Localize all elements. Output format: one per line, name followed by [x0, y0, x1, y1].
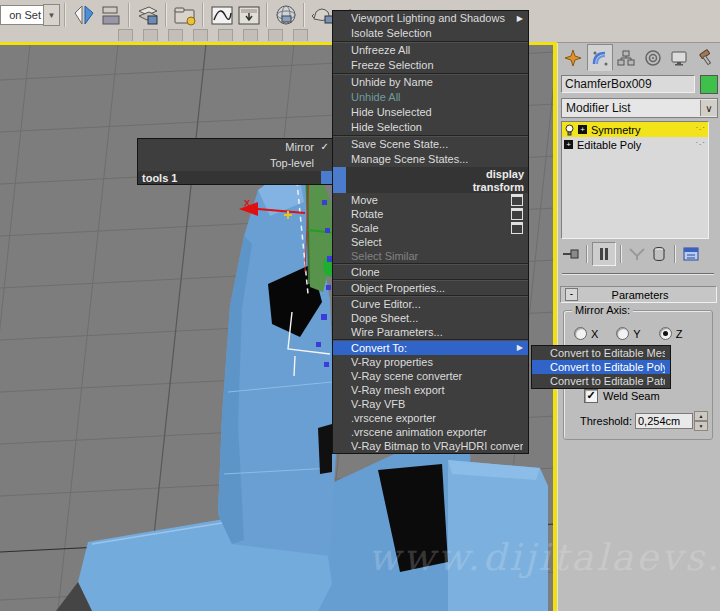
- modifier-stack-row-symmetry[interactable]: + Symmetry ·.·: [562, 122, 708, 137]
- object-color-swatch[interactable]: [700, 75, 718, 94]
- menu-item-viewport-lighting[interactable]: Viewport Lighting and Shadows ▶: [333, 11, 528, 26]
- settings-dialog-icon[interactable]: [511, 194, 523, 206]
- expand-icon[interactable]: +: [564, 140, 573, 149]
- application-window: x www.dijitalaevs.com on Set ▼: [0, 0, 720, 611]
- menu-item-freeze-selection[interactable]: Freeze Selection: [333, 58, 528, 73]
- menu-item-mirror[interactable]: Mirror ✓: [138, 139, 334, 155]
- quad-menu-tools: Mirror ✓ Top-level tools 1: [137, 138, 335, 185]
- menu-item-vray-bitmap-converter[interactable]: V-Ray Bitmap to VRayHDRI converter: [333, 439, 528, 453]
- threshold-label: Threshold:: [568, 415, 632, 427]
- menu-item-hide-unselected[interactable]: Hide Unselected: [333, 105, 528, 120]
- configure-modifier-sets-icon[interactable]: [680, 243, 702, 265]
- quad-header-transform[interactable]: transform: [333, 180, 528, 193]
- threshold-spinner[interactable]: ▲ ▼: [694, 411, 708, 431]
- menu-item-vray-mesh-export[interactable]: V-Ray mesh export: [333, 383, 528, 397]
- menu-item-vrscene-exporter[interactable]: .vrscene exporter: [333, 411, 528, 425]
- menu-item-vrscene-animation-exporter[interactable]: .vrscene animation exporter: [333, 425, 528, 439]
- align-icon[interactable]: [97, 2, 124, 28]
- spinner-down-icon[interactable]: ▼: [694, 421, 708, 431]
- menu-item-curve-editor[interactable]: Curve Editor...: [333, 297, 528, 311]
- named-selection-set-combo[interactable]: on Set ▼: [0, 5, 60, 25]
- quad-corner-marker: [333, 167, 346, 180]
- x-axis-label: x: [244, 196, 250, 208]
- tab-motion[interactable]: [640, 44, 667, 71]
- expand-icon[interactable]: +: [578, 125, 587, 134]
- menu-item-save-scene-state[interactable]: Save Scene State...: [333, 137, 528, 152]
- menu-item-scale[interactable]: Scale: [333, 221, 528, 235]
- menu-item-hide-selection[interactable]: Hide Selection: [333, 120, 528, 135]
- curve-editor-icon[interactable]: [208, 2, 235, 28]
- threshold-row: Threshold: 0,254cm ▲ ▼: [568, 411, 708, 431]
- menu-item-vray-vfb[interactable]: V-Ray VFB: [333, 397, 528, 411]
- radio-z[interactable]: Z: [659, 327, 683, 340]
- menu-item-select[interactable]: Select: [333, 235, 528, 249]
- modifier-list-dropdown[interactable]: Modifier List ∨: [561, 98, 718, 118]
- pin-stack-icon[interactable]: [560, 243, 582, 265]
- render-setup-icon[interactable]: [272, 2, 299, 28]
- tab-hierarchy[interactable]: [613, 44, 640, 71]
- threshold-field[interactable]: 0,254cm: [635, 413, 693, 429]
- menu-item-manage-scene-states[interactable]: Manage Scene States...: [333, 152, 528, 167]
- menu-item-clone[interactable]: Clone: [333, 265, 528, 279]
- combo-dropdown-icon[interactable]: ▼: [43, 4, 60, 26]
- modifier-name: Editable Poly: [577, 139, 641, 151]
- collapse-icon[interactable]: -: [565, 288, 578, 301]
- mirror-icon[interactable]: [70, 2, 97, 28]
- radio-y[interactable]: Y: [616, 327, 640, 340]
- make-unique-icon[interactable]: [626, 243, 648, 265]
- menu-item-convert-editable-patch[interactable]: Convert to Editable Patch: [532, 374, 670, 388]
- menu-item-isolate-selection[interactable]: Isolate Selection: [333, 26, 528, 41]
- schematic-view-icon[interactable]: [235, 2, 262, 28]
- settings-dialog-icon[interactable]: [511, 208, 523, 220]
- spinner-up-icon[interactable]: ▲: [694, 411, 708, 421]
- modifier-list-label: Modifier List: [562, 101, 700, 115]
- panel-divider: [562, 273, 714, 275]
- menu-item-rotate[interactable]: Rotate: [333, 207, 528, 221]
- lightbulb-icon[interactable]: [564, 124, 575, 136]
- menu-item-vray-scene-converter[interactable]: V-Ray scene converter: [333, 369, 528, 383]
- toolbar-separator: [303, 3, 305, 27]
- weld-seam-checkbox[interactable]: ✓: [584, 389, 598, 403]
- menu-item-vray-properties[interactable]: V-Ray properties: [333, 355, 528, 369]
- convert-to-submenu: Convert to Editable Mesh Convert to Edit…: [531, 345, 671, 389]
- radio-x[interactable]: X: [574, 327, 598, 340]
- modifier-stack: + Symmetry ·.· + Editable Poly ·.·: [561, 121, 709, 239]
- menu-item-convert-editable-poly[interactable]: Convert to Editable Poly: [532, 360, 670, 374]
- menu-item-wire-parameters[interactable]: Wire Parameters...: [333, 325, 528, 339]
- quad-header-display[interactable]: display: [333, 167, 528, 180]
- tab-utilities[interactable]: [693, 44, 720, 71]
- asset-browser-icon[interactable]: [171, 2, 198, 28]
- radio-x-dot[interactable]: [574, 327, 587, 340]
- modifier-stack-toolbar: [560, 242, 718, 266]
- mirror-axis-label: Mirror Axis:: [572, 304, 633, 316]
- menu-item-dope-sheet[interactable]: Dope Sheet...: [333, 311, 528, 325]
- menu-item-object-properties[interactable]: Object Properties...: [333, 281, 528, 295]
- object-name-field[interactable]: ChamferBox009: [561, 75, 695, 93]
- menu-item-unhide-all[interactable]: Unhide All: [333, 90, 528, 105]
- viewport-active-border-right: [553, 42, 557, 611]
- named-selection-set-value[interactable]: on Set: [0, 5, 43, 25]
- quad-header-tools-1[interactable]: tools 1: [138, 171, 334, 184]
- menu-item-unhide-by-name[interactable]: Unhide by Name: [333, 75, 528, 90]
- tab-display[interactable]: [666, 44, 693, 71]
- menu-item-top-level[interactable]: Top-level: [138, 155, 334, 171]
- layer-manager-icon[interactable]: [134, 2, 161, 28]
- settings-dialog-icon[interactable]: [511, 222, 523, 234]
- modifier-stack-row-editable-poly[interactable]: + Editable Poly ·.·: [562, 137, 708, 152]
- tab-create[interactable]: [560, 44, 587, 71]
- parameters-rollout-header[interactable]: - Parameters: [560, 286, 717, 303]
- menu-item-convert-to[interactable]: Convert To: ▶: [333, 341, 528, 355]
- command-panel-tabs: [560, 44, 719, 70]
- submenu-arrow-icon: ▶: [513, 341, 523, 355]
- tab-modify[interactable]: [587, 44, 614, 71]
- remove-modifier-icon[interactable]: [648, 243, 670, 265]
- toolbar-separator: [64, 3, 66, 27]
- menu-item-convert-editable-mesh[interactable]: Convert to Editable Mesh: [532, 346, 670, 360]
- chevron-down-icon: ∨: [700, 100, 717, 116]
- menu-item-unfreeze-all[interactable]: Unfreeze All: [333, 43, 528, 58]
- menu-item-select-similar: Select Similar: [333, 249, 528, 263]
- menu-item-move[interactable]: Move: [333, 193, 528, 207]
- show-end-result-icon[interactable]: [592, 242, 616, 266]
- radio-z-dot[interactable]: [659, 327, 672, 340]
- radio-y-dot[interactable]: [616, 327, 629, 340]
